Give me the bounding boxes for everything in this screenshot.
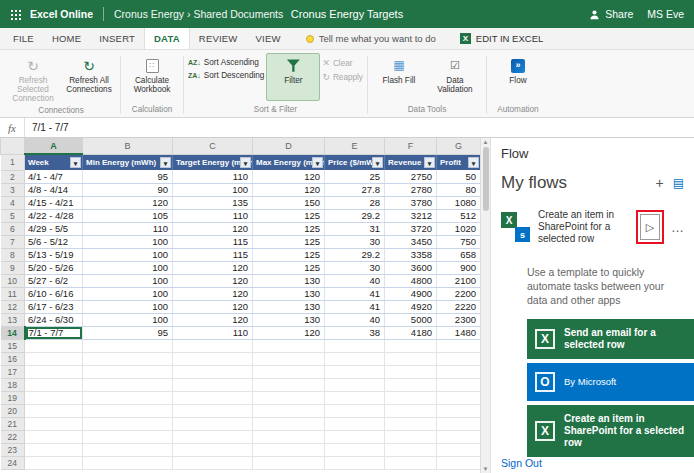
cell-E8[interactable]: 29.2 [325,248,385,261]
cell-E9[interactable]: 30 [325,261,385,274]
cell-C3[interactable]: 100 [173,183,253,196]
row-number-8[interactable]: 8 [1,248,25,261]
cell-D6[interactable]: 125 [253,222,325,235]
add-flow-icon[interactable]: + [655,176,663,190]
column-header-B[interactable]: B [83,138,173,154]
cell-C13[interactable]: 120 [173,313,253,326]
row-number-6[interactable]: 6 [1,222,25,235]
cell-F3[interactable]: 2780 [385,183,437,196]
row-number-13[interactable]: 13 [1,313,25,326]
cell-D24[interactable] [253,456,325,469]
tab-view[interactable]: VIEW [247,28,290,49]
row-number-2[interactable]: 2 [1,170,25,183]
tell-me-box[interactable]: Tell me what you want to do [306,33,436,44]
flash-fill-button[interactable]: ▦ Flash Fill [372,53,426,101]
cell-G12[interactable]: 2220 [437,300,481,313]
row-number-14[interactable]: 14 [1,326,25,339]
cell-A24[interactable] [25,456,83,469]
cell-F12[interactable]: 4920 [385,300,437,313]
column-header-E[interactable]: E [325,138,385,154]
column-header-G[interactable]: G [437,138,481,154]
row-number-4[interactable]: 4 [1,196,25,209]
cell-D8[interactable]: 125 [253,248,325,261]
cell-E10[interactable]: 40 [325,274,385,287]
cell-A18[interactable] [25,378,83,391]
cell-G5[interactable]: 512 [437,209,481,222]
vertical-scrollbar[interactable]: ▲ ▼ [480,138,490,473]
row-number-3[interactable]: 3 [1,183,25,196]
cell-G2[interactable]: 50 [437,170,481,183]
cell-C12[interactable]: 120 [173,300,253,313]
data-validation-button[interactable]: ☑ Data Validation [428,53,482,101]
cell-G14[interactable]: 1480 [437,326,481,339]
row-number-12[interactable]: 12 [1,300,25,313]
cell-F24[interactable] [385,456,437,469]
table-header-cell[interactable]: Target Energy (mWh)▾ [173,154,253,170]
cell-E16[interactable] [325,352,385,365]
cell-A2[interactable]: 4/1 - 4/7 [25,170,83,183]
filter-dropdown-icon[interactable]: ▾ [160,157,171,168]
cell-A11[interactable]: 6/10 - 6/16 [25,287,83,300]
cell-C6[interactable]: 120 [173,222,253,235]
row-number-11[interactable]: 11 [1,287,25,300]
cell-E14[interactable]: 38 [325,326,385,339]
cell-C11[interactable]: 120 [173,287,253,300]
cell-E20[interactable] [325,404,385,417]
cell-C10[interactable]: 120 [173,274,253,287]
cell-F6[interactable]: 3720 [385,222,437,235]
cell-G8[interactable]: 658 [437,248,481,261]
cell-C8[interactable]: 115 [173,248,253,261]
cell-C2[interactable]: 110 [173,170,253,183]
filter-dropdown-icon[interactable]: ▾ [468,157,479,168]
flow-template-card[interactable]: XSend an email for a selected row [527,319,694,359]
cell-A16[interactable] [25,352,83,365]
refresh-all-connections-button[interactable]: ↻ Refresh All Connections [62,53,116,101]
cell-D13[interactable]: 130 [253,313,325,326]
cell-E18[interactable] [325,378,385,391]
cell-A10[interactable]: 5/27 - 6/2 [25,274,83,287]
cell-D7[interactable]: 125 [253,235,325,248]
row-number-21[interactable]: 21 [1,417,25,430]
cell-B14[interactable]: 95 [83,326,173,339]
cell-E2[interactable]: 25 [325,170,385,183]
table-header-cell[interactable]: Min Energy (mWh)▾ [83,154,173,170]
select-all-corner[interactable] [1,138,25,154]
cell-A8[interactable]: 5/13 - 5/19 [25,248,83,261]
cell-B23[interactable] [83,443,173,456]
cell-C16[interactable] [173,352,253,365]
cell-A15[interactable] [25,339,83,352]
cell-D17[interactable] [253,365,325,378]
flow-button[interactable]: » Flow [491,53,545,101]
row-number-5[interactable]: 5 [1,209,25,222]
cell-F19[interactable] [385,391,437,404]
table-header-cell[interactable]: Max Energy (mWh)▾ [253,154,325,170]
cell-F20[interactable] [385,404,437,417]
user-name[interactable]: MS Eve [647,8,684,20]
cell-F16[interactable] [385,352,437,365]
formula-input[interactable]: 7/1 - 7/7 [32,122,69,133]
cell-F5[interactable]: 3212 [385,209,437,222]
cell-E17[interactable] [325,365,385,378]
cell-F8[interactable]: 3358 [385,248,437,261]
row-number-19[interactable]: 19 [1,391,25,404]
cell-G4[interactable]: 1080 [437,196,481,209]
calculate-workbook-button[interactable]: ∷ Calculate Workbook [125,53,179,101]
cell-D16[interactable] [253,352,325,365]
cell-B13[interactable]: 100 [83,313,173,326]
reapply-button[interactable]: ↻ Reapply [322,72,363,82]
cell-D11[interactable]: 130 [253,287,325,300]
row-number-24[interactable]: 24 [1,456,25,469]
cell-B15[interactable] [83,339,173,352]
scroll-down-icon[interactable]: ▼ [483,466,489,472]
cell-D9[interactable]: 125 [253,261,325,274]
cell-E12[interactable]: 41 [325,300,385,313]
cell-B18[interactable] [83,378,173,391]
row-number-16[interactable]: 16 [1,352,25,365]
cell-E13[interactable]: 40 [325,313,385,326]
cell-C20[interactable] [173,404,253,417]
cell-B24[interactable] [83,456,173,469]
tab-review[interactable]: REVIEW [190,28,247,49]
cell-C21[interactable] [173,417,253,430]
cell-B7[interactable]: 100 [83,235,173,248]
row-number-20[interactable]: 20 [1,404,25,417]
